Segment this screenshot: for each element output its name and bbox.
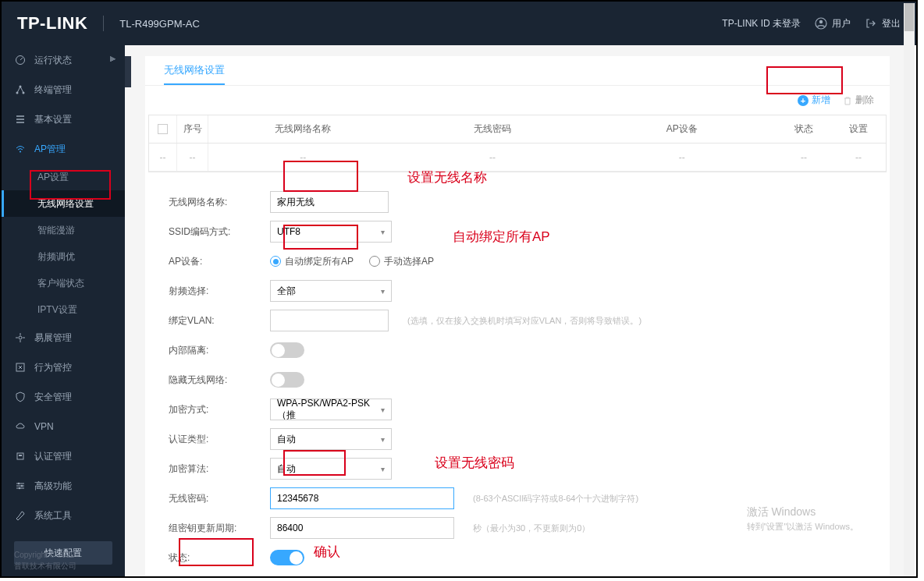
sidebar-sub-iptv[interactable]: IPTV设置 [2,296,125,323]
ap-auto-radio[interactable]: 自动绑定所有AP [270,255,354,268]
list-icon [14,113,27,126]
sidebar-sub-client[interactable]: 客户端状态 [2,270,125,296]
add-button[interactable]: +新增 [798,94,830,107]
table-row-empty: -- -- -- -- -- -- -- [149,143,886,172]
logout-button[interactable]: 登出 [865,17,901,30]
sidebar-item-behavior[interactable]: 行为管控▶ [2,352,125,382]
model-name: TL-R499GPM-AC [119,18,200,30]
mesh-icon [14,331,27,344]
svg-point-13 [19,487,20,489]
wrench-icon [14,509,27,522]
auth-label: 认证类型: [169,433,270,446]
ssid-label: SSID编码方式: [169,225,270,239]
sidebar-item-mesh[interactable]: 易展管理▶ [2,323,125,352]
tab-bar: 无线网络设置 [145,56,890,86]
col-seq-header: 序号 [177,115,208,143]
sidebar-item-advanced[interactable]: 高级功能▶ [2,471,125,501]
windows-watermark: 激活 Windows 转到"设置"以激活 Windows。 [747,504,859,533]
pwd-hint: (8-63个ASCII码字符或8-64个十六进制字符) [473,493,638,505]
tplink-id-status[interactable]: TP-LINK ID 未登录 [722,17,801,30]
sidebar-collapse-handle[interactable] [125,56,131,87]
sidebar-sub-roaming[interactable]: 智能漫游 [2,217,125,243]
sidebar-item-vpn[interactable]: VPN▶ [2,412,125,441]
user-button[interactable]: 用户 [815,17,851,30]
svg-point-12 [21,485,23,487]
enc-label: 加密方式: [169,403,270,416]
rf-label: 射频选择: [169,285,270,298]
col-ap-header: AP设备 [587,122,777,136]
rekey-hint: 秒（最小为30，不更新则为0） [473,523,590,534]
status-label: 状态: [169,551,270,565]
logo: TP-LINK [17,13,87,34]
sidebar-item-status[interactable]: 运行状态▶ [2,45,125,75]
isolate-toggle[interactable] [270,342,304,358]
svg-rect-10 [19,455,22,456]
col-set-header: 设置 [831,122,886,136]
algo-select[interactable]: 自动 [270,458,392,480]
algo-label: 加密算法: [169,462,270,476]
cloud-icon [14,420,27,433]
rekey-input[interactable] [270,517,454,539]
user-icon [815,17,827,30]
network-icon [14,83,27,96]
sidebar: 运行状态▶ 终端管理▶ 基本设置▶ AP管理 AP设置 无线网络设置 智能漫游 … [2,45,125,576]
vlan-hint: (选填，仅在接入交换机时填写对应VLAN，否则将导致错误。) [407,315,641,327]
badge-icon [14,450,27,462]
name-input[interactable] [270,191,389,213]
ap-manual-radio[interactable]: 手动选择AP [369,255,434,268]
sidebar-item-basic[interactable]: 基本设置▶ [2,105,125,134]
plus-icon: + [798,95,808,106]
divider [103,16,104,31]
svg-point-6 [20,151,21,153]
col-status-header: 状态 [777,122,831,136]
ap-label: AP设备: [169,255,270,268]
sidebar-item-tools[interactable]: 系统工具▶ [2,501,125,530]
svg-point-11 [18,483,20,484]
delete-button[interactable]: 删除 [843,94,874,107]
rf-select[interactable]: 全部 [270,280,392,302]
vlan-input[interactable] [270,310,389,331]
vertical-scrollbar[interactable] [904,3,915,578]
ssid-select[interactable]: UTF8 [270,221,392,243]
name-label: 无线网络名称: [169,196,270,209]
sidebar-item-security[interactable]: 安全管理▶ [2,382,125,412]
header: TP-LINK TL-R499GPM-AC TP-LINK ID 未登录 用户 … [2,2,916,45]
wireless-table: 序号 无线网络名称 无线密码 AP设备 状态 设置 -- -- -- -- --… [148,115,887,172]
sidebar-item-auth[interactable]: 认证管理▶ [2,441,125,471]
pwd-label: 无线密码: [169,492,270,505]
sidebar-sub-wireless[interactable]: 无线网络设置 [2,190,125,217]
hide-toggle[interactable] [270,372,304,388]
dashboard-icon [14,54,27,66]
shield-icon [14,391,27,403]
svg-point-7 [19,336,22,339]
pwd-input[interactable] [270,487,454,509]
sliders-icon [14,480,27,492]
hide-label: 隐藏无线网络: [169,374,270,387]
radio-icon [369,256,380,267]
chevron-right-icon: ▶ [110,55,116,62]
sidebar-sub-ap-settings[interactable]: AP设置 [2,164,125,190]
enc-select[interactable]: WPA-PSK/WPA2-PSK（推 [270,399,392,420]
isolate-label: 内部隔离: [169,344,270,357]
sidebar-item-terminal[interactable]: 终端管理▶ [2,75,125,105]
filter-icon [14,361,27,374]
trash-icon [843,96,852,105]
copyright: Copyright © 2020 普联技术有限公司 [14,550,76,572]
logout-icon [865,17,877,30]
main-area: 无线网络设置 +新增 删除 序号 无线网络名称 无线密码 AP设备 状态 设置 … [125,45,904,576]
auth-select[interactable]: 自动 [270,428,392,450]
vlan-label: 绑定VLAN: [169,314,270,328]
tab-wireless[interactable]: 无线网络设置 [164,56,225,85]
radio-icon [270,256,281,267]
sidebar-sub-rf[interactable]: 射频调优 [2,243,125,270]
select-all-checkbox[interactable] [158,124,168,134]
sidebar-item-ap[interactable]: AP管理 [2,134,125,164]
status-toggle[interactable] [270,550,304,565]
col-pwd-header: 无线密码 [398,122,588,136]
wifi-icon [14,143,27,155]
col-name-header: 无线网络名称 [208,122,398,136]
rekey-label: 组密钥更新周期: [169,522,270,535]
svg-point-1 [819,20,823,23]
